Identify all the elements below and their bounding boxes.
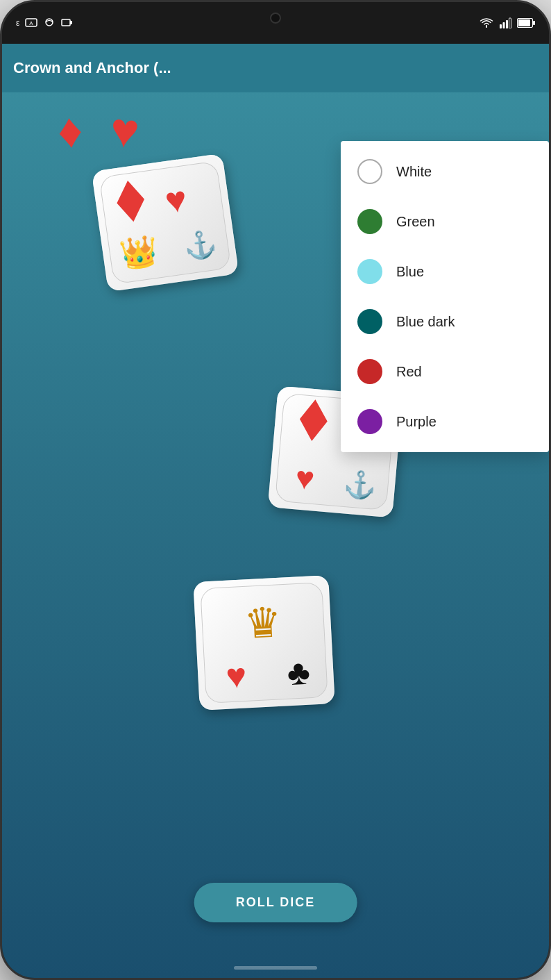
svg-rect-5 [500,24,502,28]
signal-icon [499,17,511,28]
color-dot-blue [357,259,382,284]
svg-text:♥: ♥ [294,459,316,497]
status-icon-3 [43,17,56,29]
svg-text:♣: ♣ [286,653,311,693]
svg-point-2 [46,19,53,26]
svg-text:👑: 👑 [118,232,161,273]
wifi-icon [480,17,493,28]
svg-text:♥: ♥ [225,656,248,695]
menu-item-label-blue: Blue [396,264,424,280]
svg-rect-3 [62,19,70,26]
color-dot-purple [357,409,382,434]
status-bar-left: ε A [16,17,74,29]
heart-suit-top: ♥ [108,105,142,156]
menu-item-blue-dark[interactable]: Blue dark [341,297,549,347]
svg-rect-12 [99,161,231,284]
app-bar: Crown and Anchor (... [2,44,549,92]
menu-item-white[interactable]: White [341,147,549,197]
phone-frame: ε A [0,0,551,980]
status-icon-2: A [25,17,37,29]
svg-text:A: A [30,20,34,26]
svg-rect-10 [518,19,530,26]
svg-rect-4 [70,21,72,24]
top-suits: ♦ ♥ [58,106,139,155]
app-content: Crown and Anchor (... ♦ ♥ [2,44,549,978]
game-area: ♦ ♥ ♥ [2,92,549,978]
status-icon-1: ε [16,18,19,28]
roll-dice-button[interactable]: ROLL DICE [194,883,357,922]
dice-1: ♥ 👑 ⚓ [92,153,239,292]
menu-item-purple[interactable]: Purple [341,397,549,447]
menu-item-label-purple: Purple [396,414,436,430]
svg-text:⚓: ⚓ [343,467,379,502]
svg-rect-8 [509,18,511,28]
svg-rect-7 [506,20,508,28]
status-bar-right [480,17,535,28]
dice-3: ♛ ♥ ♣ [193,575,334,711]
diamond-suit-top: ♦ [56,106,85,156]
app-bar-title: Crown and Anchor (... [13,59,171,77]
camera-notch [270,13,281,24]
battery-icon [517,18,535,28]
color-dot-blue-dark [357,309,382,334]
color-dot-green [357,209,382,234]
color-dot-red [357,359,382,384]
color-dropdown-menu: White Green Blue Blue dark Red [341,141,549,452]
menu-item-green[interactable]: Green [341,197,549,247]
menu-item-blue[interactable]: Blue [341,247,549,297]
home-indicator [234,966,317,970]
svg-rect-6 [503,22,505,28]
menu-item-label-red: Red [396,364,422,380]
menu-item-red[interactable]: Red [341,347,549,397]
menu-item-label-white: White [396,164,432,180]
status-icon-4 [61,17,74,29]
dice-3-face: ♛ ♥ ♣ [193,575,334,711]
color-dot-white [357,159,382,184]
menu-item-label-blue-dark: Blue dark [396,314,455,330]
svg-rect-11 [533,21,535,25]
status-bar: ε A [2,2,549,44]
dice-1-face: ♥ 👑 ⚓ [92,153,239,292]
svg-text:♛: ♛ [243,599,282,648]
svg-text:⚓: ⚓ [182,227,219,263]
menu-item-label-green: Green [396,214,435,230]
